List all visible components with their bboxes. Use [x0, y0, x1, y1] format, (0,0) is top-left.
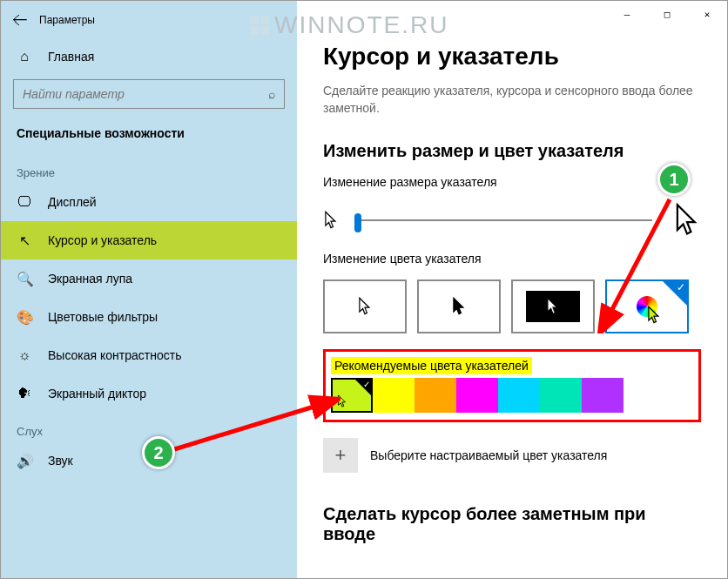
swatch-cyan[interactable] [498, 378, 540, 413]
recommended-colors-box: Рекомендуемые цвета указателей [323, 349, 701, 422]
sidebar-item-label: Цветовые фильтры [48, 310, 158, 324]
sidebar-item-label: Звук [48, 454, 73, 468]
pointer-inverted-option[interactable] [511, 279, 595, 333]
group-vision: Зрение [1, 154, 297, 183]
sidebar-item-color-filters[interactable]: 🎨 Цветовые фильтры [1, 298, 297, 336]
swatch-check-icon [355, 380, 371, 395]
search-icon: ⌕ [268, 87, 275, 101]
swatch-purple[interactable] [582, 378, 624, 413]
search-field[interactable] [23, 87, 268, 101]
swatch-yellow[interactable] [373, 378, 415, 413]
titlebar: 🡠 Параметры [1, 1, 297, 39]
minimize-button[interactable]: — [607, 1, 647, 27]
search-input[interactable]: ⌕ [13, 79, 285, 109]
display-icon: 🖵 [17, 194, 32, 210]
close-button[interactable]: ✕ [687, 1, 727, 27]
sidebar-item-narrator[interactable]: 🗣 Экранный диктор [1, 374, 297, 413]
sidebar-item-label: Экранная лупа [48, 272, 132, 286]
big-cursor-icon [673, 203, 701, 238]
home-link[interactable]: ⌂ Главная [1, 39, 297, 74]
slider-thumb[interactable] [354, 213, 361, 232]
group-hearing: Слух [1, 413, 297, 441]
page-description: Сделайте реакцию указателя, курсора и се… [323, 83, 701, 117]
category-title: Специальные возможности [1, 118, 297, 154]
sidebar-item-contrast[interactable]: ☼ Высокая контрастность [1, 336, 297, 374]
swatch-lime[interactable] [331, 378, 373, 413]
contrast-icon: ☼ [17, 347, 32, 363]
pointer-custom-option[interactable] [605, 279, 689, 333]
recommended-swatches [326, 378, 698, 420]
sidebar-item-display[interactable]: 🖵 Дисплей [1, 183, 297, 221]
sidebar-item-label: Высокая контрастность [48, 348, 181, 362]
small-cursor-icon [323, 211, 339, 230]
pointer-white-option[interactable] [323, 279, 407, 333]
custom-color-label: Выберите настраиваемый цвет указателя [370, 448, 607, 462]
color-label: Изменение цвета указателя [323, 252, 701, 266]
home-label: Главная [48, 50, 94, 64]
main-content: — □ ✕ Курсор и указатель Сделайте реакци… [297, 1, 727, 579]
swatch-orange[interactable] [415, 378, 456, 413]
sidebar-item-magnifier[interactable]: 🔍 Экранная лупа [1, 259, 297, 298]
swatch-magenta[interactable] [456, 378, 498, 413]
section-size-color: Изменить размер и цвет указателя [323, 141, 701, 161]
sidebar: 🡠 Параметры ⌂ Главная ⌕ Специальные возм… [1, 1, 297, 579]
white-cursor-icon [358, 297, 372, 316]
home-icon: ⌂ [17, 49, 32, 64]
lime-cursor-icon [647, 306, 661, 325]
add-custom-color-button[interactable]: + [323, 438, 358, 473]
size-label: Изменение размера указателя [323, 175, 701, 189]
sidebar-item-cursor[interactable]: ↖ Курсор и указатель [1, 221, 297, 259]
sidebar-item-label: Курсор и указатель [48, 233, 157, 247]
pointer-size-slider[interactable] [354, 219, 652, 221]
magnifier-icon: 🔍 [17, 271, 32, 287]
mini-cursor-icon [336, 394, 348, 408]
swatch-teal[interactable] [540, 378, 582, 413]
section-text-cursor: Сделать курсор более заметным при вводе [323, 504, 701, 544]
black-cursor-icon [452, 297, 466, 316]
pointer-icon: ↖ [17, 232, 32, 249]
maximize-button[interactable]: □ [647, 1, 687, 27]
black-box [526, 291, 580, 322]
sound-icon: 🔊 [17, 453, 32, 469]
narrator-icon: 🗣 [17, 386, 32, 401]
pointer-color-options [323, 279, 701, 333]
selected-check-icon [663, 281, 687, 306]
recommended-title: Рекомендуемые цвета указателей [331, 357, 532, 374]
back-button[interactable]: 🡠 [1, 1, 39, 39]
sidebar-item-label: Экранный диктор [48, 387, 146, 401]
custom-color-row: + Выберите настраиваемый цвет указателя [323, 438, 701, 473]
page-title: Курсор и указатель [323, 43, 701, 71]
app-title: Параметры [39, 14, 95, 26]
sidebar-item-sound[interactable]: 🔊 Звук [1, 441, 297, 480]
sidebar-item-label: Дисплей [48, 195, 97, 209]
inverted-cursor-icon [546, 297, 560, 316]
window-buttons: — □ ✕ [607, 1, 727, 27]
pointer-black-option[interactable] [417, 279, 501, 333]
pointer-size-row [323, 203, 701, 238]
color-filters-icon: 🎨 [17, 309, 32, 326]
